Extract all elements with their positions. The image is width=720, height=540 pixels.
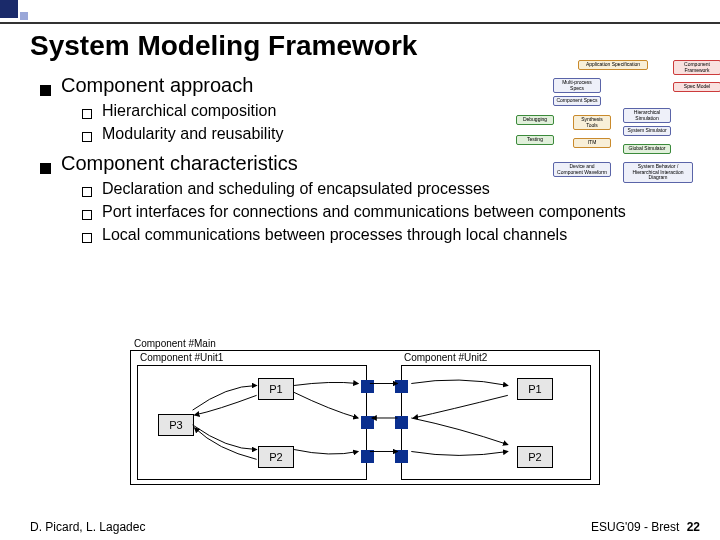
side-flow-diagram: Application Specification Multi-process … [518, 60, 708, 190]
sd-bottom-0: Device and Component Waveform [553, 162, 611, 177]
bullet-square-icon [40, 163, 51, 174]
process-p2-u1: P2 [258, 446, 294, 468]
sd-bottom-1: System Behavior / Hierarchical Interacti… [623, 162, 693, 183]
port-icon [361, 450, 374, 463]
component-main-label: Component #Main [134, 338, 216, 349]
component-unit2: Component #Unit2 P1 P2 [401, 365, 591, 480]
sd-side-1: Testing [516, 135, 554, 145]
bullet-2-sub-1: Port interfaces for connections and comm… [102, 202, 626, 222]
port-icon [395, 450, 408, 463]
port-icon [361, 416, 374, 429]
component-diagram: Component #Main Component #Unit1 P1 P3 P… [130, 340, 600, 485]
footer-authors: D. Picard, L. Lagadec [30, 520, 145, 534]
sd-top: Application Specification [578, 60, 648, 70]
sd-side-0: Debugging [516, 115, 554, 125]
sd-left-0: Multi-process Specs [553, 78, 601, 93]
port-icon [395, 416, 408, 429]
unit1-label: Component #Unit1 [140, 352, 223, 363]
slide-title: System Modeling Framework [30, 30, 700, 62]
bullet-hollow-icon [82, 233, 92, 243]
sd-center-0: Synthesis Tools [573, 115, 611, 130]
process-p2-u2: P2 [517, 446, 553, 468]
bullet-1-sub-0: Hierarchical composition [102, 101, 276, 121]
bullet-2-sub-0: Declaration and scheduling of encapsulat… [102, 179, 490, 199]
port-icon [395, 380, 408, 393]
port-icon [361, 380, 374, 393]
bullet-hollow-icon [82, 109, 92, 119]
sd-left-1: Component Specs [553, 96, 601, 106]
process-p3: P3 [158, 414, 194, 436]
sd-right-1: System Simulator [623, 126, 671, 136]
unit2-label: Component #Unit2 [404, 352, 487, 363]
bullet-1-sub-1: Modularity and reusability [102, 124, 283, 144]
bullet-hollow-icon [82, 210, 92, 220]
bullet-hollow-icon [82, 187, 92, 197]
footer-venue: ESUG'09 - Brest [591, 520, 679, 534]
slide-corner-decoration [0, 0, 60, 30]
footer-right: ESUG'09 - Brest 22 [591, 520, 700, 534]
sd-center-1: ITM [573, 138, 611, 148]
page-number: 22 [687, 520, 700, 534]
process-p1-u1: P1 [258, 378, 294, 400]
bullet-2-text: Component characteristics [61, 152, 298, 175]
component-unit1: Component #Unit1 P1 P3 P2 [137, 365, 367, 480]
bullet-2-sub-2: Local communications between processes t… [102, 225, 567, 245]
bullet-hollow-icon [82, 132, 92, 142]
sd-red-0: Component Framework [673, 60, 720, 75]
slide-footer: D. Picard, L. Lagadec ESUG'09 - Brest 22 [30, 520, 700, 534]
sd-global-sim: Global Simulator [623, 144, 671, 154]
bullet-1-text: Component approach [61, 74, 253, 97]
bullet-square-icon [40, 85, 51, 96]
sd-red-1: Spec Model [673, 82, 720, 92]
sd-right-0: Hierarchical Simulation [623, 108, 671, 123]
process-p1-u2: P1 [517, 378, 553, 400]
